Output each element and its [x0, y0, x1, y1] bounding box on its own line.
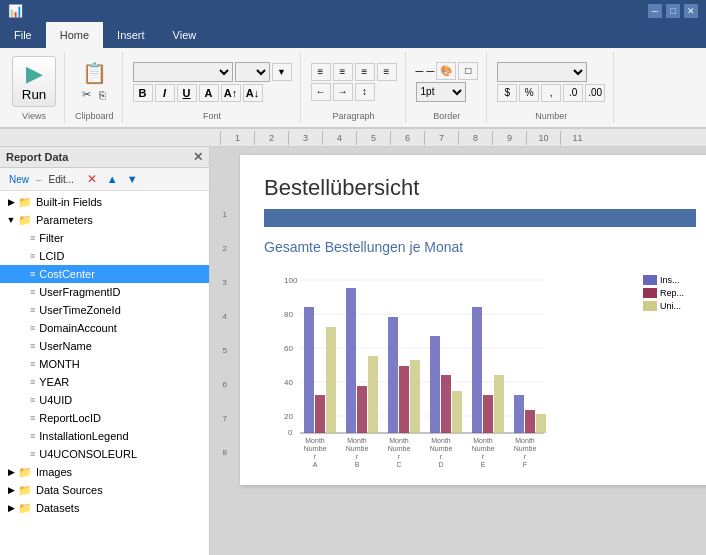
- report-separator: [264, 209, 696, 227]
- minimize-button[interactable]: ─: [648, 4, 662, 18]
- side-numbers: 12345678: [210, 147, 230, 469]
- tree-item-month[interactable]: ≡MONTH: [0, 355, 209, 373]
- svg-text:B: B: [355, 461, 360, 468]
- tree-item-datasources[interactable]: ▶📁Data Sources: [0, 481, 209, 499]
- panel-tree: ▶📁Built-in Fields▼📁Parameters≡Filter≡LCI…: [0, 191, 209, 555]
- tab-file[interactable]: File: [0, 22, 46, 48]
- content-area: 12345678 Bestellübersicht Gesamte Bestel…: [210, 147, 706, 555]
- svg-text:0: 0: [288, 428, 293, 437]
- tree-item-u4uid[interactable]: ≡U4UID: [0, 391, 209, 409]
- tree-expander: [16, 285, 30, 299]
- report-content: Bestellübersicht Gesamte Bestellungen je…: [232, 147, 706, 555]
- ribbon: File Home Insert View ▶ Run Views 📋 ✂: [0, 22, 706, 129]
- cut-button[interactable]: ✂: [79, 87, 94, 102]
- tree-item-domainaccount[interactable]: ≡DomainAccount: [0, 319, 209, 337]
- run-button[interactable]: ▶ Run: [12, 56, 56, 107]
- delete-button[interactable]: ✕: [83, 170, 101, 188]
- tree-item-installationlegend[interactable]: ≡InstallationLegend: [0, 427, 209, 445]
- svg-text:Month: Month: [473, 437, 493, 444]
- font-shrink-button[interactable]: A↓: [243, 84, 263, 102]
- dec-inc-button[interactable]: .0: [563, 84, 583, 102]
- border-row-1: ─ ─ 🎨 □: [416, 62, 479, 80]
- tree-label: UserFragmentID: [39, 286, 205, 298]
- font-color-button[interactable]: A: [199, 84, 219, 102]
- tab-view[interactable]: View: [159, 22, 211, 48]
- maximize-button[interactable]: □: [666, 4, 680, 18]
- tree-icon: ≡: [30, 287, 35, 297]
- tree-item-costcenter[interactable]: ≡CostCenter: [0, 265, 209, 283]
- tree-item-parameters[interactable]: ▼📁Parameters: [0, 211, 209, 229]
- copy-button[interactable]: ⎘: [96, 87, 109, 102]
- tree-item-built-in-fields[interactable]: ▶📁Built-in Fields: [0, 193, 209, 211]
- tree-item-year[interactable]: ≡YEAR: [0, 373, 209, 391]
- legend-color-1: [643, 275, 657, 285]
- tree-label: Images: [36, 466, 205, 478]
- comma-button[interactable]: ,: [541, 84, 561, 102]
- new-button[interactable]: New: [4, 173, 34, 186]
- clipboard-label: Clipboard: [75, 109, 114, 121]
- ribbon-group-views: ▶ Run Views: [4, 52, 65, 123]
- currency-button[interactable]: $: [497, 84, 517, 102]
- window-controls: ─ □ ✕: [648, 4, 698, 18]
- align-justify-button[interactable]: ≡: [377, 63, 397, 81]
- tree-icon: 📁: [18, 466, 32, 479]
- tree-label: InstallationLegend: [39, 430, 205, 442]
- tab-insert[interactable]: Insert: [103, 22, 159, 48]
- tree-icon: ≡: [30, 341, 35, 351]
- expand-font-button[interactable]: ▼: [272, 63, 292, 81]
- font-size-select[interactable]: [235, 62, 270, 82]
- font-grow-button[interactable]: A↑: [221, 84, 241, 102]
- percent-button[interactable]: %: [519, 84, 539, 102]
- close-button[interactable]: ✕: [684, 4, 698, 18]
- line-spacing-button[interactable]: ↕: [355, 83, 375, 101]
- move-up-button[interactable]: ▲: [103, 170, 121, 188]
- bold-button[interactable]: B: [133, 84, 153, 102]
- tree-expander: [16, 321, 30, 335]
- number-format-select[interactable]: [497, 62, 587, 82]
- underline-button[interactable]: U: [177, 84, 197, 102]
- svg-text:Month: Month: [347, 437, 367, 444]
- number-content: $ % , .0 .00: [497, 54, 605, 109]
- font-family-select[interactable]: [133, 62, 233, 82]
- svg-rect-16: [357, 386, 367, 433]
- tree-item-reportlocid[interactable]: ≡ReportLocID: [0, 409, 209, 427]
- ruler: 1234567891011: [0, 129, 706, 147]
- legend-item-3: Uni...: [643, 301, 684, 311]
- dec-dec-button[interactable]: .00: [585, 84, 605, 102]
- border-style-button[interactable]: □: [458, 62, 478, 80]
- indent-inc-button[interactable]: →: [333, 83, 353, 101]
- align-center-button[interactable]: ≡: [333, 63, 353, 81]
- ruler-mark: 2: [254, 131, 288, 145]
- tree-item-username[interactable]: ≡UserName: [0, 337, 209, 355]
- tree-item-userfragmentid[interactable]: ≡UserFragmentID: [0, 283, 209, 301]
- panel-header: Report Data ✕: [0, 147, 209, 168]
- svg-rect-28: [525, 410, 535, 433]
- border-color-button[interactable]: 🎨: [436, 62, 456, 80]
- tree-item-lcid[interactable]: ≡LCID: [0, 247, 209, 265]
- tree-expander: [16, 267, 30, 281]
- legend-color-2: [643, 288, 657, 298]
- indent-dec-button[interactable]: ←: [311, 83, 331, 101]
- move-down-button[interactable]: ▼: [123, 170, 141, 188]
- edit-button[interactable]: Edit...: [44, 173, 80, 186]
- svg-text:Numbe: Numbe: [472, 445, 495, 452]
- tree-item-usertimezoneid[interactable]: ≡UserTimeZoneId: [0, 301, 209, 319]
- tree-expander: ▶: [4, 483, 18, 497]
- tree-expander: ▶: [4, 465, 18, 479]
- tree-item-filter[interactable]: ≡Filter: [0, 229, 209, 247]
- svg-text:20: 20: [284, 412, 293, 421]
- tree-item-u4consoleurl[interactable]: ≡U4UCONSOLEURL: [0, 445, 209, 463]
- border-width-select[interactable]: 1pt: [416, 82, 466, 102]
- views-label: Views: [22, 109, 46, 121]
- align-left-button[interactable]: ≡: [311, 63, 331, 81]
- tree-item-datasets[interactable]: ▶📁Datasets: [0, 499, 209, 517]
- italic-button[interactable]: I: [155, 84, 175, 102]
- tree-item-images[interactable]: ▶📁Images: [0, 463, 209, 481]
- panel-close-button[interactable]: ✕: [193, 150, 203, 164]
- tab-home[interactable]: Home: [46, 22, 103, 48]
- align-right-button[interactable]: ≡: [355, 63, 375, 81]
- svg-rect-15: [346, 288, 356, 433]
- ruler-mark: 7: [424, 131, 458, 145]
- bar-chart: 100 80 60 40 20 0: [264, 265, 604, 465]
- svg-rect-29: [536, 414, 546, 433]
